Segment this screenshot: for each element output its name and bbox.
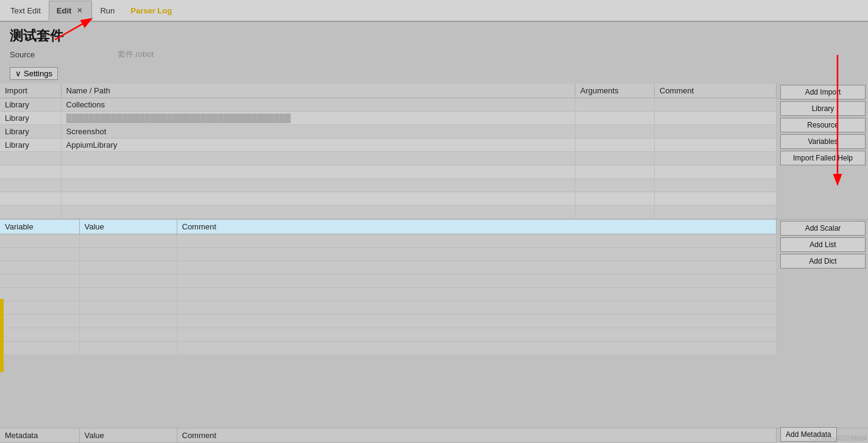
add-dict-button[interactable]: Add Dict [780, 254, 866, 268]
tab-parser-log[interactable]: Parser Log [123, 0, 180, 21]
source-label: Source [10, 50, 35, 59]
tab-edit-close[interactable]: ✕ [75, 6, 84, 15]
tab-text-edit-label: Text Edit [10, 6, 41, 15]
variable-section: Variable Value Comment [0, 219, 868, 355]
meta-col-comment: Comment [177, 428, 777, 443]
import-row-1[interactable]: Library Collections [0, 98, 777, 112]
var-empty-8 [0, 328, 777, 342]
import-row-2[interactable]: Library ████████████████████████████████… [0, 112, 777, 125]
import-type-1: Library [0, 98, 61, 112]
var-empty-3 [0, 261, 777, 275]
tab-text-edit[interactable]: Text Edit [2, 0, 49, 21]
import-comment-2 [655, 112, 777, 125]
var-col-variable: Variable [0, 220, 79, 234]
metadata-table: Metadata Value Comment [0, 428, 777, 443]
var-empty-5 [0, 288, 777, 301]
tab-edit-label: Edit [57, 6, 72, 15]
import-comment-4 [655, 139, 777, 152]
import-sidebar: Add Import Library Resource Variables Im… [778, 84, 868, 167]
var-col-comment: Comment [177, 220, 777, 234]
import-col-import: Import [0, 84, 61, 98]
variable-table-wrapper: Variable Value Comment [0, 220, 777, 355]
add-list-button[interactable]: Add List [780, 237, 866, 252]
import-empty-1 [0, 152, 777, 165]
import-name-4: AppiumLibrary [61, 139, 575, 152]
var-empty-7 [0, 315, 777, 328]
import-args-1 [575, 98, 655, 112]
import-comment-3 [655, 125, 777, 139]
var-empty-6 [0, 301, 777, 315]
settings-label: Settings [24, 69, 52, 78]
var-empty-4 [0, 275, 777, 288]
import-col-name: Name / Path [61, 84, 575, 98]
source-value: 套件.robot [42, 48, 237, 61]
var-empty-1 [0, 234, 777, 248]
settings-chevron-icon: ∨ [15, 69, 21, 78]
add-scalar-button[interactable]: Add Scalar [780, 221, 866, 236]
variables-button[interactable]: Variables [780, 134, 866, 149]
library-button[interactable]: Library [780, 101, 866, 116]
import-table: Import Name / Path Arguments Comment Lib… [0, 84, 777, 219]
import-empty-3 [0, 179, 777, 192]
tab-bar: Text Edit Edit ✕ Run Parser Log [0, 0, 868, 22]
import-name-1: Collections [61, 98, 575, 112]
import-row-3[interactable]: Library Screenshot [0, 125, 777, 139]
import-args-2 [575, 112, 655, 125]
import-empty-4 [0, 192, 777, 206]
import-comment-1 [655, 98, 777, 112]
settings-button[interactable]: ∨ Settings [10, 67, 58, 80]
tab-edit[interactable]: Edit ✕ [49, 1, 93, 21]
import-name-3: Screenshot [61, 125, 575, 139]
import-name-2: ████████████████████████████████████████ [61, 112, 575, 125]
header-section: 测试套件 Source 套件.robot [0, 22, 868, 63]
import-args-3 [575, 125, 655, 139]
meta-col-metadata: Metadata [0, 428, 79, 443]
yellow-border-indicator [0, 299, 4, 372]
var-col-value: Value [79, 220, 177, 234]
source-row: Source 套件.robot [10, 48, 858, 61]
import-empty-2 [0, 165, 777, 179]
import-section: Import Name / Path Arguments Comment Lib… [0, 84, 868, 219]
import-args-4 [575, 139, 655, 152]
import-col-comment: Comment [655, 84, 777, 98]
main-content: 测试套件 Source 套件.robot ∨ Settings [0, 22, 868, 443]
import-type-3: Library [0, 125, 61, 139]
import-type-4: Library [0, 139, 61, 152]
import-row-4[interactable]: Library AppiumLibrary [0, 139, 777, 152]
add-import-button[interactable]: Add Import [780, 85, 866, 99]
watermark: CSDN@u010799534 [809, 435, 867, 442]
import-type-2: Library [0, 112, 61, 125]
var-empty-2 [0, 248, 777, 261]
suite-title: 测试套件 [10, 27, 858, 45]
variable-table: Variable Value Comment [0, 220, 777, 355]
meta-col-value: Value [79, 428, 177, 443]
tab-run[interactable]: Run [92, 0, 123, 21]
metadata-section: Metadata Value Comment Add Metadata [0, 428, 868, 443]
resource-button[interactable]: Resource [780, 118, 866, 132]
tab-parser-log-label: Parser Log [130, 6, 172, 15]
metadata-table-wrapper: Metadata Value Comment [0, 428, 777, 443]
var-empty-9 [0, 342, 777, 355]
variable-sidebar: Add Scalar Add List Add Dict [778, 220, 868, 270]
tab-run-label: Run [100, 6, 115, 15]
import-empty-5 [0, 206, 777, 219]
import-table-wrapper: Import Name / Path Arguments Comment Lib… [0, 84, 777, 219]
import-failed-help-button[interactable]: Import Failed Help [780, 151, 866, 165]
settings-bar: ∨ Settings [0, 63, 868, 84]
import-col-args: Arguments [575, 84, 655, 98]
